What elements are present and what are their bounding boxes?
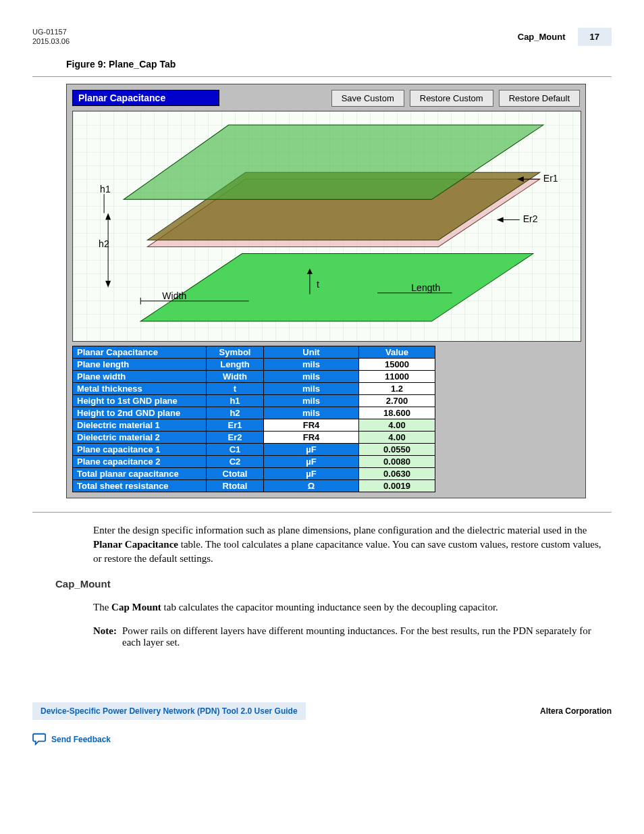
doc-meta: UG-01157 2015.03.06 (32, 27, 70, 47)
svg-marker-0 (140, 253, 533, 321)
param-unit: µF (264, 443, 359, 455)
window-planar-capacitance: Planar Capacitance Save Custom Restore C… (66, 84, 586, 498)
param-value: 4.00 (359, 431, 435, 443)
paragraph-intro: Enter the design specific information su… (93, 523, 612, 566)
param-value: 0.0630 (359, 467, 435, 479)
plane-diagram: h1 h2 Width Length t Er1 Er2 (72, 111, 581, 342)
label-er2: Er2 (523, 213, 538, 224)
param-unit: mils (264, 370, 359, 382)
table-row: Dielectric material 1Er1FR44.00 (73, 419, 435, 431)
param-value[interactable]: 1.2 (359, 382, 435, 394)
param-label: Metal thickness (73, 382, 207, 394)
param-unit: µF (264, 467, 359, 479)
param-label: Dielectric material 1 (73, 419, 207, 431)
param-symbol: C2 (207, 455, 264, 467)
table-row: Plane capacitance 2C2µF0.0080 (73, 455, 435, 467)
label-h2: h2 (99, 238, 109, 249)
param-symbol: C1 (207, 443, 264, 455)
param-symbol: Er1 (207, 419, 264, 431)
save-custom-button[interactable]: Save Custom (331, 90, 404, 107)
param-symbol: Length (207, 358, 264, 370)
send-feedback-link[interactable]: Send Feedback (32, 732, 612, 748)
table-row: Metal thicknesstmils1.2 (73, 382, 435, 394)
feedback-label: Send Feedback (51, 735, 111, 744)
label-length: Length (411, 282, 440, 292)
param-label: Height to 2nd GND plane (73, 407, 207, 419)
param-label: Total sheet resistance (73, 479, 207, 492)
paragraph-capmount: The Cap Mount tab calculates the capacit… (93, 600, 612, 615)
param-symbol: h1 (207, 394, 264, 407)
param-unit: mils (264, 394, 359, 407)
footer-guide-title: Device-Specific Power Delivery Network (… (32, 702, 306, 720)
divider (32, 76, 612, 77)
col-value: Value (359, 346, 435, 358)
param-value: 4.00 (359, 419, 435, 431)
header-section: Cap_Mount (518, 32, 566, 42)
param-unit: FR4 (264, 419, 359, 431)
table-row: Plane widthWidthmils11000 (73, 370, 435, 382)
table-row: Height to 1st GND planeh1mils2.700 (73, 394, 435, 407)
col-unit: Unit (264, 346, 359, 358)
restore-custom-button[interactable]: Restore Custom (410, 90, 493, 107)
col-label: Planar Capacitance (73, 346, 207, 358)
page-header: UG-01157 2015.03.06 Cap_Mount 17 (32, 27, 612, 47)
param-value: 0.0019 (359, 479, 435, 492)
table-row: Total planar capacitanceCtotalµF0.0630 (73, 467, 435, 479)
table-row: Height to 2nd GND planeh2mils18.600 (73, 407, 435, 419)
param-label: Plane width (73, 370, 207, 382)
param-unit: mils (264, 407, 359, 419)
divider (32, 512, 612, 513)
label-t: t (317, 278, 319, 289)
text-bold: Cap Mount (111, 602, 161, 613)
param-symbol: Er2 (207, 431, 264, 443)
param-label: Dielectric material 2 (73, 431, 207, 443)
text: tab calculates the capacitor mounting in… (161, 602, 498, 613)
text: The (93, 602, 111, 613)
param-unit: mils (264, 382, 359, 394)
param-value[interactable]: 15000 (359, 358, 435, 370)
label-width: Width (162, 290, 186, 301)
param-label: Height to 1st GND plane (73, 394, 207, 407)
param-symbol: t (207, 382, 264, 394)
table-row: Plane lengthLengthmils15000 (73, 358, 435, 370)
param-symbol: Rtotal (207, 479, 264, 492)
svg-marker-6 (105, 213, 111, 219)
param-label: Plane capacitance 1 (73, 443, 207, 455)
text: Enter the design specific information su… (93, 525, 587, 536)
param-unit: mils (264, 358, 359, 370)
parameter-table: Planar Capacitance Symbol Unit Value Pla… (72, 346, 435, 492)
doc-date: 2015.03.06 (32, 36, 70, 46)
doc-id: UG-01157 (32, 27, 70, 36)
footer: Device-Specific Power Delivery Network (… (32, 702, 612, 720)
param-label: Plane length (73, 358, 207, 370)
window-titlebar: Planar Capacitance Save Custom Restore C… (72, 90, 580, 107)
figure-caption: Figure 9: Plane_Cap Tab (66, 59, 612, 70)
note-text: Power rails on different layers have dif… (122, 625, 612, 648)
page-number: 17 (578, 28, 612, 46)
label-er1: Er1 (543, 173, 558, 184)
table-row: Plane capacitance 1C1µF0.0550 (73, 443, 435, 455)
feedback-icon (32, 732, 47, 748)
param-unit: µF (264, 455, 359, 467)
col-symbol: Symbol (207, 346, 264, 358)
param-unit: FR4 (264, 431, 359, 443)
param-value[interactable]: 11000 (359, 370, 435, 382)
header-right: Cap_Mount 17 (518, 28, 612, 46)
param-symbol: Width (207, 370, 264, 382)
table-row: Dielectric material 2Er2FR44.00 (73, 431, 435, 443)
param-symbol: Ctotal (207, 467, 264, 479)
param-value: 0.0550 (359, 443, 435, 455)
note-label: Note: (93, 625, 117, 648)
param-label: Total planar capacitance (73, 467, 207, 479)
window-title: Planar Capacitance (72, 90, 219, 106)
svg-marker-7 (105, 280, 111, 287)
param-value[interactable]: 2.700 (359, 394, 435, 407)
note: Note: Power rails on different layers ha… (93, 625, 612, 648)
restore-default-button[interactable]: Restore Default (499, 90, 580, 107)
param-label: Plane capacitance 2 (73, 455, 207, 467)
param-symbol: h2 (207, 407, 264, 419)
param-value[interactable]: 18.600 (359, 407, 435, 419)
text-bold: Planar Capacitance (93, 539, 178, 550)
param-value: 0.0080 (359, 455, 435, 467)
svg-marker-15 (497, 217, 504, 222)
